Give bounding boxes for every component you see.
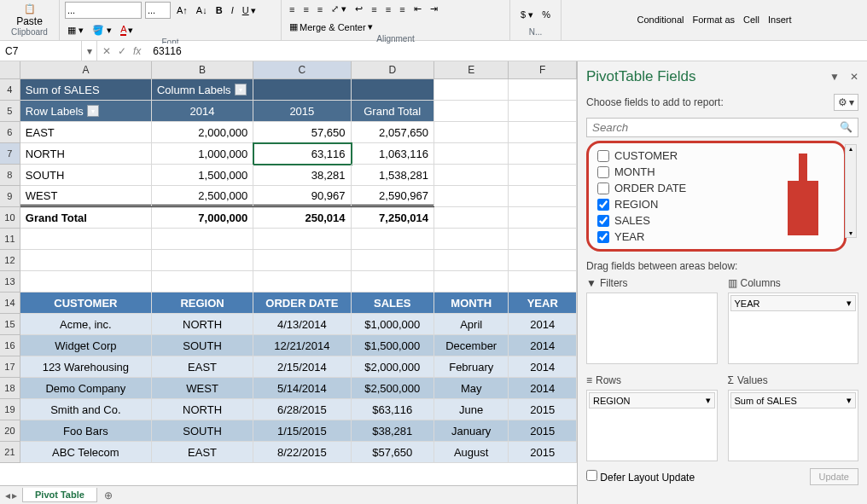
pivot-value[interactable]: 2,000,000 bbox=[152, 122, 253, 143]
align-center-icon[interactable]: ≡ bbox=[383, 3, 393, 16]
cell[interactable] bbox=[434, 122, 509, 143]
insert-button[interactable]: Insert bbox=[765, 13, 794, 26]
cell-styles-button[interactable]: Cell bbox=[741, 13, 762, 26]
cell[interactable] bbox=[509, 143, 577, 165]
table-cell[interactable]: Smith and Co. bbox=[20, 399, 152, 420]
cell[interactable] bbox=[509, 271, 577, 293]
cell[interactable] bbox=[434, 229, 509, 250]
cell[interactable] bbox=[509, 165, 577, 186]
pivot-value[interactable]: 63,116 bbox=[253, 143, 351, 165]
table-cell[interactable]: Acme, inc. bbox=[20, 314, 152, 335]
cell[interactable] bbox=[253, 250, 351, 271]
filter-dropdown-icon[interactable]: ▾ bbox=[87, 105, 99, 117]
cell[interactable] bbox=[434, 271, 509, 293]
table-cell[interactable]: WEST bbox=[152, 378, 253, 399]
cell[interactable] bbox=[352, 271, 434, 293]
row-header[interactable]: 16 bbox=[0, 335, 20, 356]
cell[interactable] bbox=[434, 186, 509, 207]
pivot-col-labels[interactable]: Column Labels ▾ bbox=[152, 79, 253, 101]
align-top-icon[interactable]: ≡ bbox=[287, 3, 297, 16]
pivot-grand-total[interactable]: Grand Total bbox=[352, 101, 434, 122]
table-cell[interactable]: $63,116 bbox=[352, 399, 434, 420]
align-left-icon[interactable]: ≡ bbox=[369, 3, 379, 16]
pivot-row-labels[interactable]: Row Labels ▾ bbox=[20, 101, 152, 122]
cell[interactable] bbox=[152, 271, 253, 293]
table-cell[interactable]: 6/28/2015 bbox=[253, 399, 351, 420]
cell[interactable] bbox=[509, 250, 577, 271]
pivot-value[interactable]: 2,590,967 bbox=[352, 186, 434, 207]
tab-prev-icon[interactable]: ▸ bbox=[12, 490, 17, 501]
cell[interactable] bbox=[253, 229, 351, 250]
col-header[interactable]: C bbox=[253, 61, 351, 78]
table-cell[interactable]: EAST bbox=[152, 442, 253, 463]
row-header[interactable]: 13 bbox=[0, 271, 20, 293]
currency-icon[interactable]: $ ▾ bbox=[518, 8, 536, 22]
pivot-total[interactable]: 250,014 bbox=[253, 207, 351, 229]
table-header[interactable]: SALES bbox=[352, 293, 434, 314]
cell[interactable] bbox=[509, 186, 577, 207]
table-cell[interactable]: June bbox=[434, 399, 509, 420]
pivot-value[interactable]: 2,057,650 bbox=[352, 122, 434, 143]
orientation-icon[interactable]: ⤢ ▾ bbox=[329, 2, 349, 16]
name-box-dropdown-icon[interactable]: ▾ bbox=[82, 41, 97, 61]
table-cell[interactable]: August bbox=[434, 442, 509, 463]
field-checkbox[interactable] bbox=[597, 166, 609, 178]
field-checkbox[interactable] bbox=[597, 150, 609, 162]
table-cell[interactable]: $1,000,000 bbox=[352, 314, 434, 335]
wrap-text-icon[interactable]: ↩ bbox=[352, 2, 365, 16]
field-checkbox[interactable] bbox=[597, 199, 609, 211]
decrease-font-icon[interactable]: A↓ bbox=[194, 3, 210, 17]
table-header[interactable]: YEAR bbox=[509, 293, 577, 314]
cancel-icon[interactable]: ✕ bbox=[102, 45, 111, 57]
align-right-icon[interactable]: ≡ bbox=[397, 3, 407, 16]
row-header[interactable]: 6 bbox=[0, 122, 20, 143]
pivot-row-label[interactable]: EAST bbox=[20, 122, 152, 143]
sheet-tab-active[interactable]: Pivot Table bbox=[22, 488, 97, 502]
field-checkbox[interactable] bbox=[597, 215, 609, 227]
table-cell[interactable]: 2/15/2014 bbox=[253, 356, 351, 378]
cell[interactable] bbox=[509, 229, 577, 250]
row-header[interactable]: 8 bbox=[0, 165, 20, 186]
table-cell[interactable]: January bbox=[434, 420, 509, 442]
pivot-year[interactable]: 2015 bbox=[253, 101, 351, 122]
cell[interactable] bbox=[434, 79, 509, 101]
worksheet[interactable]: A B C D E F 4Sum of SALESColumn Labels ▾… bbox=[0, 61, 577, 504]
pivot-row-label[interactable]: SOUTH bbox=[20, 165, 152, 186]
cell[interactable] bbox=[20, 271, 152, 293]
table-header[interactable]: ORDER DATE bbox=[253, 293, 351, 314]
pane-close-icon[interactable]: ✕ bbox=[850, 71, 858, 83]
formula-input[interactable] bbox=[146, 43, 867, 59]
cell[interactable] bbox=[20, 250, 152, 271]
pivot-total[interactable]: 7,250,014 bbox=[352, 207, 434, 229]
table-cell[interactable]: EAST bbox=[152, 356, 253, 378]
update-button[interactable]: Update bbox=[810, 468, 858, 485]
field-checkbox[interactable] bbox=[597, 182, 609, 194]
fx-icon[interactable]: fx bbox=[133, 45, 141, 57]
table-header[interactable]: REGION bbox=[152, 293, 253, 314]
cell[interactable] bbox=[509, 101, 577, 122]
cell[interactable] bbox=[253, 79, 351, 101]
chevron-down-icon[interactable]: ▾ bbox=[706, 395, 711, 406]
row-header[interactable]: 12 bbox=[0, 250, 20, 271]
percent-icon[interactable]: % bbox=[539, 8, 553, 21]
table-cell[interactable]: $1,500,000 bbox=[352, 335, 434, 356]
table-cell[interactable]: 2014 bbox=[509, 335, 577, 356]
cell[interactable] bbox=[20, 229, 152, 250]
cell[interactable] bbox=[152, 250, 253, 271]
table-cell[interactable]: April bbox=[434, 314, 509, 335]
row-header[interactable]: 15 bbox=[0, 314, 20, 335]
pivot-value[interactable]: 38,281 bbox=[253, 165, 351, 186]
pivot-value[interactable]: 2,500,000 bbox=[152, 186, 253, 207]
cell[interactable] bbox=[434, 250, 509, 271]
area-filters[interactable]: ▼Filters bbox=[586, 277, 718, 364]
name-box[interactable] bbox=[0, 41, 82, 61]
field-checkbox[interactable] bbox=[597, 231, 609, 243]
pivot-value[interactable]: 1,000,000 bbox=[152, 143, 253, 165]
field-search[interactable]: 🔍 bbox=[586, 118, 858, 137]
pivot-total[interactable]: 7,000,000 bbox=[152, 207, 253, 229]
table-cell[interactable]: 2014 bbox=[509, 356, 577, 378]
table-cell[interactable]: $38,281 bbox=[352, 420, 434, 442]
align-bottom-icon[interactable]: ≡ bbox=[315, 3, 325, 16]
row-header[interactable]: 5 bbox=[0, 101, 20, 122]
row-header[interactable]: 18 bbox=[0, 378, 20, 399]
